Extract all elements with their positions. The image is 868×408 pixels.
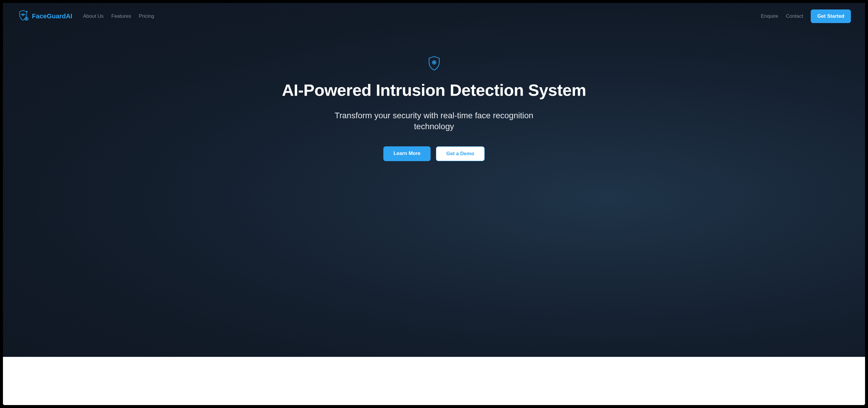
top-nav: FaceGuardAI About Us Features Pricing En… [3, 3, 865, 23]
shield-eye-icon [427, 56, 441, 72]
hero-cta-row: Learn More Get a Demo [383, 146, 484, 161]
nav-features[interactable]: Features [111, 13, 131, 19]
get-started-button[interactable]: Get Started [811, 9, 851, 23]
nav-links-left: About Us Features Pricing [83, 13, 154, 19]
svg-point-2 [26, 18, 27, 19]
get-demo-button[interactable]: Get a Demo [436, 146, 484, 161]
brand[interactable]: FaceGuardAI [17, 9, 72, 23]
hero-title: AI-Powered Intrusion Detection System [282, 81, 586, 99]
brand-name: FaceGuardAI [32, 12, 72, 20]
hero-subtitle: Transform your security with real-time f… [328, 110, 540, 133]
nav-about-us[interactable]: About Us [83, 13, 104, 19]
nav-enquire[interactable]: Enquire [761, 13, 778, 19]
nav-pricing[interactable]: Pricing [139, 13, 154, 19]
nav-contact[interactable]: Contact [786, 13, 803, 19]
svg-point-4 [433, 62, 434, 63]
hero-section: FaceGuardAI About Us Features Pricing En… [3, 3, 865, 357]
hero-body: AI-Powered Intrusion Detection System Tr… [3, 23, 865, 357]
learn-more-button[interactable]: Learn More [383, 146, 431, 161]
below-fold-whitespace [3, 357, 865, 405]
svg-point-0 [22, 14, 24, 16]
brand-logo-icon [17, 9, 29, 23]
nav-links-right: Enquire Contact Get Started [761, 9, 851, 23]
